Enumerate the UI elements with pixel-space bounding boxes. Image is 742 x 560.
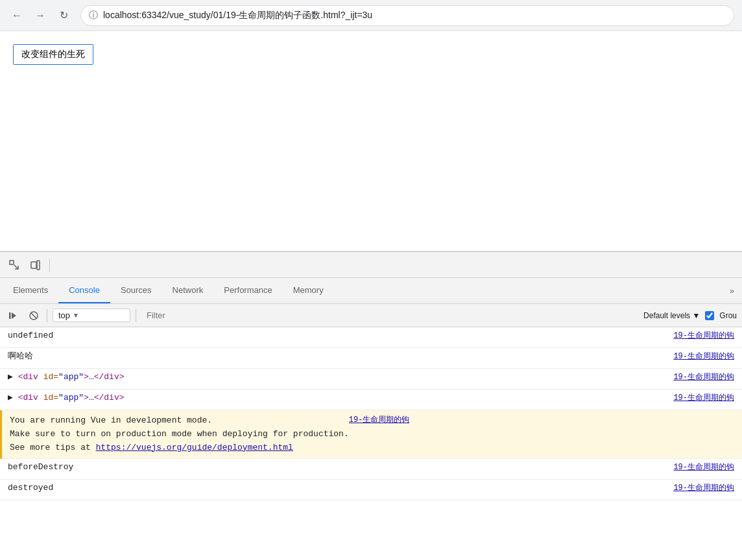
tab-network[interactable]: Network xyxy=(162,278,214,303)
tab-more[interactable]: » xyxy=(724,278,739,303)
toolbar-separator xyxy=(49,259,50,272)
console-source-link[interactable]: 19-生命周期的钩 xyxy=(349,414,410,425)
browser-toolbar: ← → ↻ ⓘ localhost:63342/vue_study/01/19-… xyxy=(0,0,742,31)
lock-icon: ⓘ xyxy=(89,10,98,21)
console-row: ▶ <div id="app">…</div> 19-生命周期的钩 xyxy=(0,390,742,410)
svg-rect-0 xyxy=(10,261,14,264)
console-source-link[interactable]: 19-生命周期的钩 xyxy=(673,371,734,382)
console-source-link[interactable]: 19-生命周期的钩 xyxy=(673,392,734,403)
svg-rect-2 xyxy=(37,261,40,270)
reload-button[interactable]: ↻ xyxy=(54,6,73,25)
nav-buttons: ← → ↻ xyxy=(8,6,73,25)
url-text: localhost:63342/vue_study/01/19-生命周期的钩子函… xyxy=(103,10,726,21)
console-warning-text: You are running Vue in development mode.… xyxy=(10,414,349,454)
context-arrow-icon: ▼ xyxy=(73,312,79,319)
svg-line-6 xyxy=(31,312,37,318)
console-filter-input[interactable] xyxy=(141,309,638,321)
console-output: undefined 19-生命周期的钩 啊哈哈 19-生命周期的钩 ▶ <div… xyxy=(0,327,742,560)
address-bar[interactable]: ⓘ localhost:63342/vue_study/01/19-生命周期的钩… xyxy=(80,5,734,26)
tab-sources[interactable]: Sources xyxy=(110,278,162,303)
block-icon[interactable] xyxy=(26,308,42,323)
deployment-link[interactable]: https://vuejs.org/guide/deployment.html xyxy=(96,443,293,452)
group-label: Grou xyxy=(719,311,737,320)
console-text: 啊哈哈 xyxy=(8,351,673,362)
svg-rect-4 xyxy=(9,312,11,319)
console-html-text: ▶ <div id="app">…</div> xyxy=(8,371,673,383)
tab-performance[interactable]: Performance xyxy=(213,278,282,303)
default-levels-dropdown[interactable]: Default levels ▼ xyxy=(643,311,700,320)
console-row: beforeDestroy 19-生命周期的钩 xyxy=(0,459,742,480)
back-button[interactable]: ← xyxy=(8,6,26,25)
console-text: undefined xyxy=(8,330,673,342)
console-text: destroyed xyxy=(8,482,673,494)
console-row-warning: You are running Vue in development mode.… xyxy=(0,410,742,459)
inspect-element-icon[interactable] xyxy=(5,256,23,274)
console-row: destroyed 19-生命周期的钩 xyxy=(0,480,742,500)
console-row: undefined 19-生命周期的钩 xyxy=(0,327,742,348)
svg-rect-1 xyxy=(31,262,36,268)
console-source-link[interactable]: 19-生命周期的钩 xyxy=(673,330,734,341)
toggle-component-button[interactable]: 改变组件的生死 xyxy=(13,44,93,65)
device-toolbar-icon[interactable] xyxy=(26,256,44,274)
svg-marker-3 xyxy=(12,312,16,319)
devtools-tabs: Elements Console Sources Network Perform… xyxy=(0,278,742,304)
console-toolbar: top ▼ Default levels ▼ Grou xyxy=(0,304,742,327)
devtools-panel: Elements Console Sources Network Perform… xyxy=(0,251,742,560)
console-source-link[interactable]: 19-生命周期的钩 xyxy=(673,461,734,472)
console-row: ▶ <div id="app">…</div> 19-生命周期的钩 xyxy=(0,369,742,390)
page-content: 改变组件的生死 xyxy=(0,31,742,251)
tab-console[interactable]: Console xyxy=(58,278,110,303)
filter-separator xyxy=(136,309,136,322)
console-source-link[interactable]: 19-生命周期的钩 xyxy=(673,482,734,493)
group-similar-checkbox[interactable] xyxy=(705,311,714,320)
console-html-text: ▶ <div id="app">…</div> xyxy=(8,392,673,404)
console-row: 啊哈哈 19-生命周期的钩 xyxy=(0,348,742,369)
clear-console-icon[interactable] xyxy=(5,308,21,323)
console-toolbar-sep xyxy=(47,309,47,322)
console-context-selector[interactable]: top ▼ xyxy=(53,309,130,322)
forward-button[interactable]: → xyxy=(31,6,49,25)
devtools-top-toolbar xyxy=(0,252,742,278)
tab-elements[interactable]: Elements xyxy=(3,278,58,303)
console-source-link[interactable]: 19-生命周期的钩 xyxy=(673,351,734,362)
tab-memory[interactable]: Memory xyxy=(283,278,334,303)
console-text: beforeDestroy xyxy=(8,461,673,473)
